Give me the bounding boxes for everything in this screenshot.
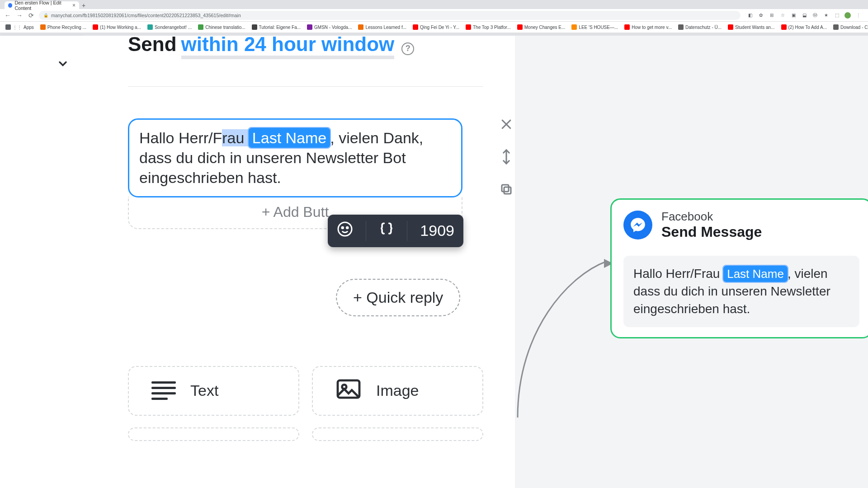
send-label: Send bbox=[128, 33, 177, 56]
browser-tab[interactable]: Den ersten Flow | Edit Content × bbox=[5, 1, 79, 9]
bookmarks-bar: ⋮⋮Apps Phone Recycling ...(1) How Workin… bbox=[0, 22, 868, 33]
preview-node[interactable]: Facebook Send Message Hallo Herr/Frau La… bbox=[610, 198, 868, 338]
bookmark-item[interactable]: How to get more v... bbox=[623, 24, 674, 30]
image-label: Image bbox=[376, 382, 419, 399]
svg-point-7 bbox=[347, 227, 349, 229]
send-window-dropdown[interactable]: within 24 hour window bbox=[181, 33, 395, 59]
message-text-input[interactable]: Hallo Herr/Frau Last Name, vielen Dank, … bbox=[128, 118, 462, 197]
add-button-row[interactable]: + Add Butt 1909 bbox=[128, 197, 462, 229]
bookmark-item[interactable]: GMSN - Vologda... bbox=[305, 24, 354, 30]
apps-button[interactable]: ⋮⋮Apps bbox=[4, 24, 36, 30]
reload-button[interactable]: ⟳ bbox=[27, 12, 35, 19]
ext-icon[interactable]: ☆ bbox=[779, 12, 786, 19]
svg-point-5 bbox=[338, 222, 352, 236]
ext-icon[interactable]: ◧ bbox=[747, 12, 753, 19]
separator bbox=[407, 221, 407, 241]
svg-point-6 bbox=[342, 227, 344, 229]
ext-icon[interactable]: ★ bbox=[823, 12, 829, 19]
text-label: Text bbox=[190, 382, 218, 399]
text-fragment: Hallo Herr/F bbox=[139, 129, 222, 146]
bookmark-item[interactable]: Qing Fei De Yi - Y... bbox=[411, 24, 461, 30]
help-icon[interactable]: ? bbox=[401, 42, 414, 55]
quick-reply-label: + Quick reply bbox=[353, 289, 443, 306]
platform-label: Facebook bbox=[661, 210, 762, 224]
delete-block-icon[interactable] bbox=[500, 117, 513, 131]
send-header: Send within 24 hour window ? bbox=[128, 33, 483, 59]
bookmark-item[interactable]: Chinese translatio... bbox=[196, 24, 247, 30]
bookmark-item[interactable]: Datenschutz - Ü... bbox=[676, 24, 723, 30]
ext-icon[interactable]: ⊞ bbox=[769, 12, 775, 19]
browser-toolbar: ← → ⟳ 🔒 manychat.com/fb198150208192061/c… bbox=[0, 9, 868, 22]
content-type-row: Text Image bbox=[128, 366, 483, 416]
bookmark-item[interactable]: (2) How To Add A... bbox=[779, 24, 829, 30]
bookmark-item[interactable]: Phone Recycling ... bbox=[38, 24, 88, 30]
content-type-row-2 bbox=[128, 427, 483, 441]
browser-chrome: Den ersten Flow | Edit Content × + ← → ⟳… bbox=[0, 0, 868, 36]
divider bbox=[128, 86, 483, 87]
new-tab-button[interactable]: + bbox=[79, 0, 88, 9]
ext-icon[interactable]: ✿ bbox=[758, 12, 764, 19]
svg-rect-4 bbox=[502, 185, 509, 192]
tab-close-icon[interactable]: × bbox=[72, 2, 75, 9]
bookmark-item[interactable]: LEE 'S HOUSE—... bbox=[570, 24, 620, 30]
content-type-placeholder[interactable] bbox=[312, 427, 483, 441]
back-button[interactable]: ← bbox=[4, 12, 12, 19]
separator bbox=[366, 221, 366, 241]
duplicate-block-icon[interactable] bbox=[500, 183, 513, 196]
variable-chip: Last Name bbox=[723, 266, 788, 282]
content-type-placeholder[interactable] bbox=[128, 427, 299, 441]
bookmark-item[interactable]: Lessons Learned f... bbox=[356, 24, 408, 30]
move-block-icon[interactable] bbox=[500, 150, 513, 164]
preview-header: Facebook Send Message bbox=[623, 210, 859, 240]
menu-icon[interactable]: ⋮ bbox=[855, 12, 862, 19]
action-label: Send Message bbox=[661, 224, 762, 240]
flow-connector bbox=[515, 239, 624, 420]
char-count: 1909 bbox=[420, 222, 454, 239]
lock-icon: 🔒 bbox=[43, 13, 48, 18]
tab-favicon bbox=[8, 3, 12, 8]
bookmark-item[interactable]: Sonderangebot! ... bbox=[146, 24, 193, 30]
extension-icons: ◧ ✿ ⊞ ☆ ▣ ⬓ Ⓜ ★ ⬚ ⋮ bbox=[744, 12, 864, 19]
svg-rect-3 bbox=[504, 187, 511, 194]
forward-button[interactable]: → bbox=[15, 12, 24, 19]
ext-icon[interactable]: ⬚ bbox=[834, 12, 840, 19]
profile-avatar[interactable] bbox=[844, 12, 851, 19]
insert-variable-icon[interactable] bbox=[379, 221, 394, 240]
editor-panel: Send within 24 hour window ? Hallo Herr/… bbox=[83, 36, 515, 488]
add-quick-reply-button[interactable]: + Quick reply bbox=[336, 279, 460, 316]
left-sidebar: ls g bbox=[0, 36, 83, 488]
url-text: manychat.com/fb198150208192061/cms/files… bbox=[51, 13, 241, 18]
tab-title: Den ersten Flow | Edit Content bbox=[15, 0, 70, 11]
bookmark-item[interactable]: Tutorial: Eigene Fa... bbox=[250, 24, 302, 30]
bookmark-item[interactable]: The Top 3 Platfor... bbox=[464, 24, 513, 30]
emoji-picker-icon[interactable] bbox=[337, 221, 353, 241]
bookmark-item[interactable]: (1) How Working a... bbox=[91, 24, 143, 30]
tab-strip: Den ersten Flow | Edit Content × + bbox=[0, 0, 868, 9]
add-text-block-button[interactable]: Text bbox=[128, 366, 299, 416]
bookmark-item[interactable]: Download - Cooki... bbox=[831, 24, 868, 30]
add-button-label: + Add Butt bbox=[262, 204, 329, 221]
collapse-chevron-icon[interactable] bbox=[57, 57, 69, 72]
preview-titles: Facebook Send Message bbox=[661, 210, 762, 240]
image-icon bbox=[335, 378, 362, 404]
ext-icon[interactable]: ⬓ bbox=[801, 12, 807, 19]
text-toolbar: 1909 bbox=[328, 215, 463, 247]
preview-message-body: Hallo Herr/Frau Last Name, vielen dass d… bbox=[623, 256, 859, 327]
bookmark-item[interactable]: Money Changes E... bbox=[515, 24, 567, 30]
text-icon bbox=[151, 381, 176, 400]
variable-chip[interactable]: Last Name bbox=[249, 128, 330, 148]
ext-icon[interactable]: ▣ bbox=[790, 12, 797, 19]
ext-icon[interactable]: Ⓜ bbox=[812, 12, 818, 19]
app-canvas: ls g Send within 24 hour window ? Hallo … bbox=[0, 36, 868, 488]
address-bar[interactable]: 🔒 manychat.com/fb198150208192061/cms/fil… bbox=[39, 11, 741, 20]
block-side-controls bbox=[500, 117, 513, 196]
text-block-wrapper: Hallo Herr/Frau Last Name, vielen Dank, … bbox=[128, 118, 483, 229]
add-image-block-button[interactable]: Image bbox=[312, 366, 483, 416]
bookmark-item[interactable]: Student Wants an... bbox=[726, 24, 776, 30]
selection-highlight: rau Last Name bbox=[222, 129, 330, 146]
messenger-icon bbox=[623, 211, 652, 239]
